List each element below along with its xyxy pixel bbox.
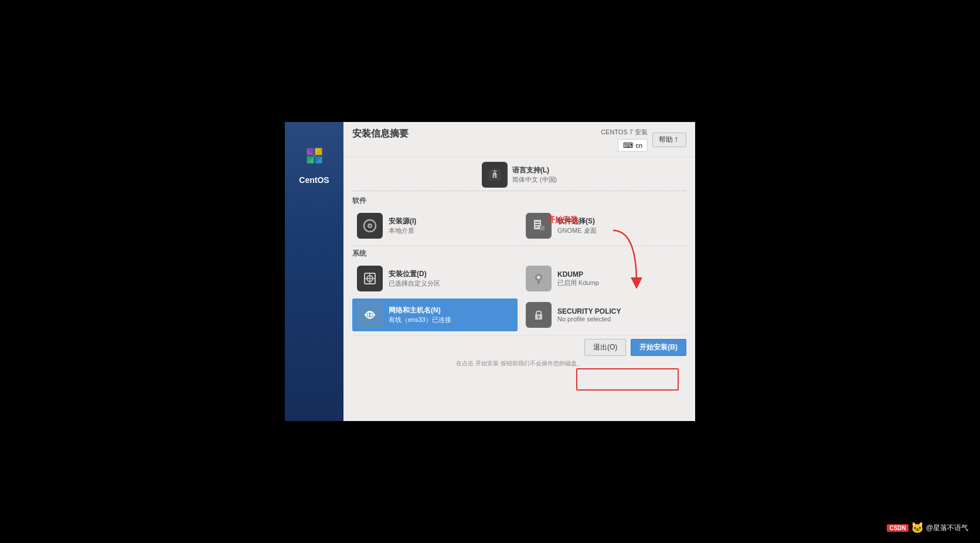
network-hostname-subtitle: 有线（ens33）已连接 <box>389 315 451 324</box>
main-panel: 安装信息摘要 CENTOS 7 安装 ⌨ cn 帮助！ <box>343 122 695 421</box>
language-subtitle: 简体中文 (中国) <box>512 175 557 184</box>
security-policy-subtitle: No profile selected <box>557 315 621 323</box>
language-item[interactable]: a 文 语言支持(L) 简体中文 (中国) <box>482 162 557 188</box>
svg-rect-8 <box>314 155 315 157</box>
language-title: 语言支持(L) <box>512 165 557 175</box>
software-select-item[interactable]: 软件选择(S) GNOME 桌面 <box>521 209 686 242</box>
svg-point-31 <box>537 315 540 318</box>
install-source-title: 安装源(I) <box>389 216 416 226</box>
csdn-logo: CSDN <box>887 524 908 532</box>
security-policy-item[interactable]: SECURITY POLICY No profile selected <box>521 298 686 331</box>
installer-window: CentOS 安装信息摘要 CENTOS 7 安装 ⌨ cn 帮助！ <box>285 122 695 421</box>
svg-point-14 <box>369 225 371 227</box>
software-select-icon <box>526 213 552 239</box>
software-grid: 安装源(I) 本地介质 <box>352 209 686 242</box>
install-source-subtitle: 本地介质 <box>389 226 416 235</box>
page-title: 安装信息摘要 <box>352 128 409 140</box>
keyboard-icon: ⌨ <box>623 141 633 150</box>
header: 安装信息摘要 CENTOS 7 安装 ⌨ cn 帮助！ <box>343 122 695 157</box>
svg-rect-26 <box>537 281 540 284</box>
software-select-title: 软件选择(S) <box>557 216 597 226</box>
security-policy-title: SECURITY POLICY <box>557 307 621 315</box>
system-section-label: 系统 <box>352 249 686 259</box>
install-location-subtitle: 已选择自定义分区 <box>389 279 440 288</box>
csdn-username: @星落不语气 <box>926 523 968 533</box>
csdn-watermark: CSDN 🐱 @星落不语气 <box>887 521 968 534</box>
svg-point-29 <box>373 314 375 316</box>
bottom-note: 在点击 开始安装 按钮前我们不会操作您的磁盘。 <box>352 358 686 370</box>
kdump-subtitle: 已启用 Kdump <box>557 279 599 287</box>
network-hostname-title: 网络和主机名(N) <box>389 306 451 315</box>
kdump-item[interactable]: KDUMP 已启用 Kdump <box>521 262 686 295</box>
centos-logo: CentOS <box>298 140 331 185</box>
install-source-item[interactable]: 安装源(I) 本地介质 <box>352 209 518 242</box>
sidebar: CentOS <box>285 122 343 421</box>
kdump-title: KDUMP <box>557 270 599 279</box>
svg-rect-18 <box>535 226 538 228</box>
top-items-row: a 文 语言支持(L) 简体中文 (中国) <box>352 157 686 191</box>
keyboard-value: cn <box>635 142 642 149</box>
language-icon: a 文 <box>482 162 508 188</box>
centos-install-label: CENTOS 7 安装 ⌨ cn <box>601 128 648 152</box>
scroll-area: a 文 语言支持(L) 简体中文 (中国) 软件 <box>343 157 695 421</box>
language-text: 语言支持(L) 简体中文 (中国) <box>512 165 557 184</box>
exit-button[interactable]: 退出(O) <box>584 339 626 356</box>
software-section-label: 软件 <box>352 196 686 206</box>
svg-point-28 <box>365 314 367 316</box>
install-location-title: 安装位置(D) <box>389 269 440 279</box>
install-location-icon <box>357 266 383 291</box>
svg-text:文: 文 <box>492 169 497 175</box>
kdump-icon <box>526 266 552 291</box>
keyboard-button[interactable]: ⌨ cn <box>618 139 648 152</box>
start-install-button[interactable]: 开始安装(B) <box>631 339 686 356</box>
header-controls: CENTOS 7 安装 ⌨ cn 帮助！ <box>601 128 686 152</box>
software-select-subtitle: GNOME 桌面 <box>557 226 597 235</box>
network-hostname-item[interactable]: 网络和主机名(N) 有线（ens33）已连接 <box>352 298 518 331</box>
csdn-avatar: 🐱 <box>911 521 924 534</box>
install-location-item[interactable]: 安装位置(D) 已选择自定义分区 <box>352 262 518 295</box>
action-buttons: 退出(O) 开始安装(B) <box>352 335 686 358</box>
svg-rect-17 <box>535 224 540 225</box>
svg-rect-19 <box>540 226 545 230</box>
help-button[interactable]: 帮助！ <box>652 133 686 147</box>
svg-rect-16 <box>535 222 540 223</box>
svg-point-25 <box>537 276 540 279</box>
install-source-icon <box>357 213 383 239</box>
centos-brand-text: CentOS <box>299 175 329 185</box>
network-hostname-icon <box>357 302 383 328</box>
system-grid: 安装位置(D) 已选择自定义分区 KDUMP <box>352 262 686 331</box>
security-policy-icon <box>526 302 552 328</box>
